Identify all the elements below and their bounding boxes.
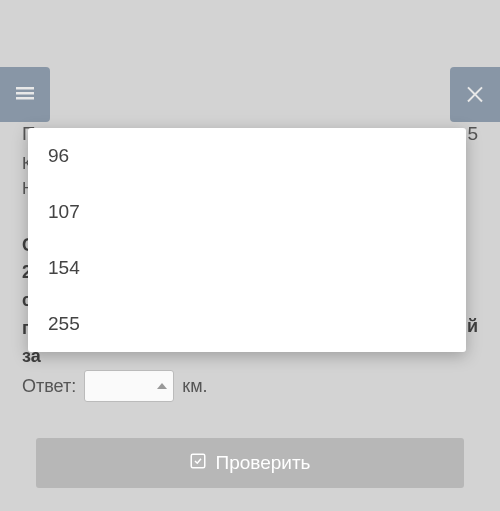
check-button-label: Проверить	[215, 452, 310, 474]
check-square-icon	[189, 452, 207, 475]
chevron-up-icon	[157, 383, 167, 389]
menu-button[interactable]	[0, 67, 50, 122]
hamburger-icon	[13, 81, 37, 109]
answer-input[interactable]	[84, 370, 174, 402]
close-button[interactable]	[450, 67, 500, 122]
dropdown-option[interactable]: 107	[28, 184, 466, 240]
svg-rect-0	[192, 454, 206, 468]
close-icon	[463, 81, 487, 109]
answer-unit: км.	[182, 376, 207, 397]
dropdown-option[interactable]: 96	[28, 128, 466, 184]
check-button[interactable]: Проверить	[36, 438, 464, 488]
question-title-right: 5	[467, 120, 478, 149]
dropdown-option[interactable]: 255	[28, 296, 466, 352]
dropdown-menu: 96 107 154 255	[28, 128, 466, 352]
question-bold-right: й	[467, 316, 478, 336]
dropdown-option[interactable]: 154	[28, 240, 466, 296]
answer-label: Ответ:	[22, 376, 76, 397]
